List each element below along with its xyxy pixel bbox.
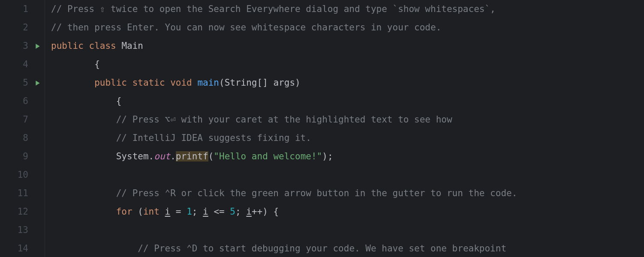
gutter-row[interactable]: 11 [0,184,45,203]
line-number: 1 [13,0,28,18]
comment: // Press ⌃D to start debugging your code… [138,243,506,254]
code-area[interactable]: // Press ⇧ twice to open the Search Ever… [45,0,644,257]
line-number: 6 [13,92,28,111]
line-number: 8 [13,129,28,147]
keyword: static [132,78,165,88]
code-line: // then press Enter. You can now see whi… [51,18,644,37]
comment: // Press ⌃R or click the green arrow but… [116,188,518,198]
code-line: { [51,55,644,74]
code-line: // Press ⇧ twice to open the Search Ever… [51,0,644,18]
line-number: 3 [13,37,28,55]
brace: { [94,59,100,69]
number-literal: 5 [230,206,235,217]
gutter-row[interactable]: 5 [0,74,45,92]
string-literal: "Hello and welcome!" [214,151,322,161]
gutter-row[interactable]: 9 [0,147,45,166]
code-line: public class Main [51,37,644,55]
gutter-row[interactable]: 4 [0,55,45,74]
gutter: 1 2 3 4 5 6 7 [0,0,45,257]
comment: // IntelliJ IDEA suggests fixing it. [116,133,311,143]
code-line: System.out.printf("Hello and welcome!"); [51,147,644,166]
gutter-row[interactable]: 2 [0,18,45,37]
line-number: 10 [13,166,28,184]
line-number: 14 [13,239,28,257]
method-name: main [197,78,219,88]
keyword: void [170,78,192,88]
run-icon[interactable] [34,80,41,87]
code-line [51,221,644,239]
comment: // then press Enter. You can now see whi… [51,22,441,33]
gutter-row[interactable]: 12 [0,203,45,221]
comment: // Press ⇧ twice to open the Search Ever… [51,4,496,14]
gutter-row[interactable]: 13 [0,221,45,239]
code-line: // Press ⌥⏎ with your caret at the highl… [51,111,644,129]
type: String [225,78,257,88]
line-number: 5 [13,74,28,92]
highlighted-method: printf [176,151,208,161]
keyword: for [116,206,132,217]
code-line: public static void main(String[] args) [51,74,644,92]
code-line: // IntelliJ IDEA suggests fixing it. [51,129,644,147]
gutter-row[interactable]: 6 [0,92,45,111]
code-line [51,166,644,184]
keyword: class [89,41,116,51]
run-icon[interactable] [34,43,41,50]
code-line: // Press ⌃R or click the green arrow but… [51,184,644,203]
gutter-row[interactable]: 10 [0,166,45,184]
code-editor[interactable]: 1 2 3 4 5 6 7 [0,0,644,257]
gutter-row[interactable]: 3 [0,37,45,55]
gutter-row[interactable]: 8 [0,129,45,147]
keyword: public [51,41,84,51]
number-literal: 1 [187,206,192,217]
line-number: 12 [13,203,28,221]
line-number: 2 [13,18,28,37]
gutter-row[interactable]: 1 [0,0,45,18]
keyword: public [94,78,127,88]
line-number: 4 [13,55,28,74]
line-number: 11 [13,184,28,203]
code-line: for (int i = 1; i <= 5; i++) { [51,203,644,221]
comment: // Press ⌥⏎ with your caret at the highl… [116,114,452,125]
line-number: 13 [13,221,28,239]
gutter-row[interactable]: 14 [0,239,45,257]
keyword: int [143,206,159,217]
line-number: 7 [13,111,28,129]
line-number: 9 [13,147,28,166]
code-line: // Press ⌃D to start debugging your code… [51,239,644,257]
field: out [154,151,170,161]
gutter-row[interactable]: 7 [0,111,45,129]
class-name: Main [121,41,143,51]
brace: { [116,96,122,106]
code-line: { [51,92,644,111]
